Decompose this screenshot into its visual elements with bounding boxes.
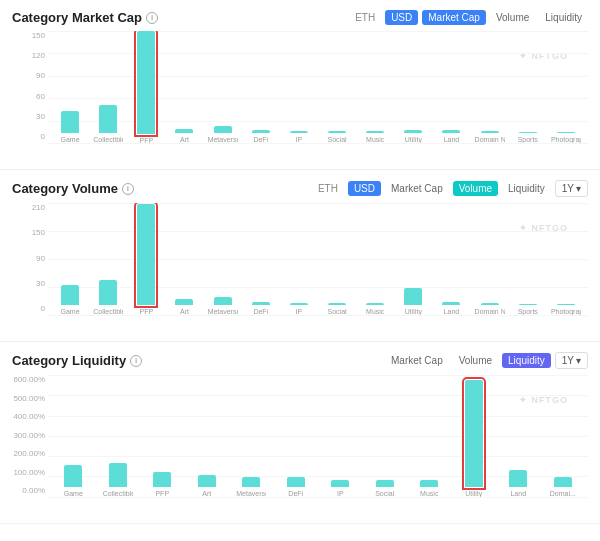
y-label: 30 — [36, 112, 45, 121]
bar-x-label: Social — [328, 136, 347, 143]
liquidity-header: Category Liquidity i Market Cap Volume L… — [12, 352, 588, 369]
bar-x-label: Photography — [551, 136, 581, 143]
bar-x-label: Photography — [551, 308, 581, 315]
y-label: 90 — [36, 254, 45, 263]
y-label: 60 — [36, 92, 45, 101]
liquidity-chart: ✦ NFTGO 600.00% 500.00% 400.00% 300.00% … — [12, 375, 588, 515]
bar — [481, 303, 499, 305]
bar-x-label: Metaverse — [208, 308, 238, 315]
bar-group: Sports — [510, 203, 546, 315]
bar-x-label: Sports — [518, 136, 538, 143]
bar-group: Art — [186, 375, 229, 497]
usd-btn-2[interactable]: USD — [348, 181, 381, 196]
market-cap-btn-1[interactable]: Market Cap — [422, 10, 486, 25]
bar-x-label: Metaverse — [236, 490, 266, 497]
bar-group: Utility — [395, 31, 431, 143]
market-cap-chart: ✦ NFTGO 150 120 90 60 30 0 GameCollectib… — [12, 31, 588, 161]
bar-group: Domai... — [542, 375, 585, 497]
bar — [519, 132, 537, 133]
bar — [198, 475, 216, 487]
bar-x-label: Music — [366, 308, 384, 315]
bar-group: Game — [52, 31, 88, 143]
bar-x-label: DeFi — [288, 490, 303, 497]
y-axis-2: 210 150 90 30 0 — [12, 203, 48, 313]
bar-group: Social — [364, 375, 407, 497]
bar — [509, 470, 527, 487]
bar — [61, 285, 79, 305]
liquidity-btn-3[interactable]: Liquidity — [502, 353, 551, 368]
liquidity-controls: Market Cap Volume Liquidity 1Y ▾ — [385, 352, 588, 369]
liquidity-btn-2[interactable]: Liquidity — [502, 181, 551, 196]
bar — [465, 380, 483, 487]
bar-x-label: Metaverse — [208, 136, 238, 143]
chevron-down-icon: ▾ — [576, 183, 581, 194]
bar-x-label: Collectibles — [93, 136, 123, 143]
y-label: 0 — [41, 132, 45, 141]
market-cap-btn-3[interactable]: Market Cap — [385, 353, 449, 368]
timeframe-dropdown-2[interactable]: 1Y ▾ — [555, 180, 588, 197]
bar-x-label: IP — [296, 308, 303, 315]
chevron-down-icon: ▾ — [576, 355, 581, 366]
bar-x-label: Collectibles — [103, 490, 133, 497]
bar-x-label: Game — [61, 308, 80, 315]
volume-btn-3[interactable]: Volume — [453, 353, 498, 368]
bar — [175, 299, 193, 305]
bar-x-label: Utility — [405, 136, 422, 143]
bar — [153, 472, 171, 487]
liquidity-title: Category Liquidity i — [12, 353, 142, 368]
market-cap-info-icon[interactable]: i — [146, 12, 158, 24]
timeframe-dropdown-3[interactable]: 1Y ▾ — [555, 352, 588, 369]
market-cap-section: Category Market Cap i ETH USD Market Cap… — [0, 0, 600, 170]
bar-group: Metaverse — [205, 203, 241, 315]
volume-title: Category Volume i — [12, 181, 134, 196]
bar-x-label: PFP — [140, 137, 154, 143]
bar-group: Art — [166, 203, 202, 315]
bar — [366, 131, 384, 133]
bar-group: Music — [408, 375, 451, 497]
bar — [252, 130, 270, 133]
bar — [557, 132, 575, 133]
bar-group: Sports — [510, 31, 546, 143]
bar-x-label: Social — [328, 308, 347, 315]
bar-x-label: Utility — [405, 308, 422, 315]
bar-x-label: Land — [444, 136, 460, 143]
bar — [214, 126, 232, 133]
y-label: 500.00% — [13, 394, 45, 403]
y-axis-3: 600.00% 500.00% 400.00% 300.00% 200.00% … — [12, 375, 48, 495]
y-label: 100.00% — [13, 468, 45, 477]
bar — [328, 131, 346, 133]
bar-group: Domain Name — [472, 203, 508, 315]
liquidity-info-icon[interactable]: i — [130, 355, 142, 367]
bar — [290, 131, 308, 133]
bar-group: IP — [281, 31, 317, 143]
bar — [252, 302, 270, 305]
market-cap-btn-2[interactable]: Market Cap — [385, 181, 449, 196]
bar-group: Social — [319, 203, 355, 315]
liquidity-title-text: Category Liquidity — [12, 353, 126, 368]
bar — [214, 297, 232, 305]
usd-btn-1[interactable]: USD — [385, 10, 418, 25]
bar-group: DeFi — [243, 31, 279, 143]
eth-btn-2[interactable]: ETH — [312, 181, 344, 196]
market-cap-controls: ETH USD Market Cap Volume Liquidity — [349, 10, 588, 25]
volume-info-icon[interactable]: i — [122, 183, 134, 195]
bar — [137, 31, 155, 134]
bar — [290, 303, 308, 305]
liquidity-btn-1[interactable]: Liquidity — [539, 10, 588, 25]
y-label: 150 — [32, 31, 45, 40]
volume-btn-2[interactable]: Volume — [453, 181, 498, 196]
y-label: 90 — [36, 71, 45, 80]
bar-group: Land — [433, 31, 469, 143]
bar-group: PFP — [128, 203, 164, 315]
bar — [519, 304, 537, 305]
bar-x-label: Social — [375, 490, 394, 497]
volume-btn-1[interactable]: Volume — [490, 10, 535, 25]
page-container: Category Market Cap i ETH USD Market Cap… — [0, 0, 600, 524]
bar — [481, 131, 499, 133]
eth-btn-1[interactable]: ETH — [349, 10, 381, 25]
bar-x-label: Art — [180, 308, 189, 315]
bar-x-label: Land — [444, 308, 460, 315]
bar-x-label: PFP — [155, 490, 169, 497]
bar — [331, 480, 349, 487]
y-label: 150 — [32, 228, 45, 237]
